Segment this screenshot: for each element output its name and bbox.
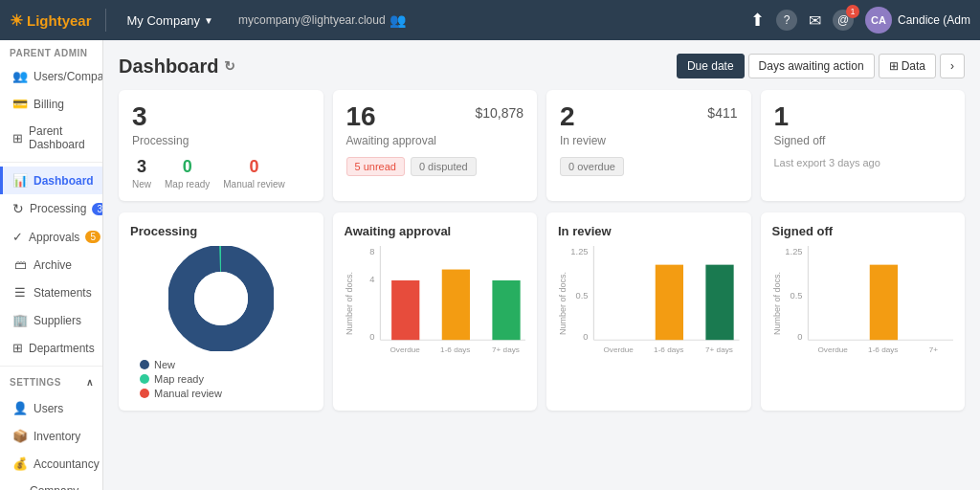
processing-mapready-col: 0 Map ready: [165, 157, 210, 189]
table-icon: ⊞: [889, 59, 899, 73]
legend-mapready: Map ready: [140, 373, 222, 385]
dashboard-title: Dashboard ↻: [119, 56, 235, 78]
days-awaiting-button[interactable]: Days awaiting action: [748, 54, 875, 78]
svg-text:0.5: 0.5: [790, 291, 802, 301]
notification-icon[interactable]: @ 1: [833, 10, 854, 31]
sidebar-item-suppliers[interactable]: 🏢 Suppliers: [0, 306, 102, 334]
svg-rect-11: [441, 270, 469, 341]
svg-text:Overdue: Overdue: [817, 346, 848, 355]
sidebar-item-statements[interactable]: ☰ Statements: [0, 278, 102, 306]
sidebar-label-inventory: Inventory: [33, 430, 80, 443]
sidebar-item-approvals[interactable]: ✓ Approvals 5: [0, 223, 102, 251]
avatar: CA: [865, 7, 892, 33]
sidebar-label-suppliers: Suppliers: [33, 314, 81, 327]
svg-rect-21: [656, 265, 683, 341]
svg-text:7+ days: 7+ days: [705, 346, 733, 355]
legend-manual: Manual review: [140, 388, 222, 399]
svg-rect-12: [492, 280, 520, 340]
sidebar-item-dashboard[interactable]: 📊 Dashboard: [0, 167, 102, 194]
sidebar-item-inventory[interactable]: 📦 Inventory: [0, 422, 102, 450]
chart-card-processing: Processing N: [119, 212, 323, 411]
sidebar-item-users[interactable]: 👤 Users: [0, 394, 102, 422]
sidebar-label-statements: Statements: [33, 286, 92, 300]
main-content: Dashboard ↻ Due date Days awaiting actio…: [103, 40, 980, 490]
stat-card-signed-off: 1 Signed off Last export 3 days ago: [761, 90, 966, 201]
signedoff-stat-label: Signed off: [774, 134, 952, 147]
sidebar-label-billing: Billing: [33, 98, 64, 111]
more-button[interactable]: ›: [940, 54, 965, 78]
review-stat-top: 2 $411: [560, 101, 738, 132]
sidebar-label-approvals: Approvals: [29, 231, 79, 244]
sidebar-item-billing[interactable]: 💳 Billing: [0, 90, 102, 118]
sidebar-item-processing[interactable]: ↻ Processing 3: [0, 194, 102, 223]
company-selector[interactable]: My Company ▼: [120, 10, 221, 32]
refresh-icon[interactable]: ↻: [224, 58, 235, 74]
archive-icon: 🗃: [12, 257, 28, 272]
review-bar-svg: 1.25 0.5 0 Overdue 1-6 days 7+ days: [571, 246, 740, 361]
processing-icon: ↻: [12, 201, 24, 216]
suppliers-icon: 🏢: [12, 313, 28, 327]
signed-off-chart-title: Signed off: [772, 224, 954, 238]
header-buttons: Due date Days awaiting action ⊞ Data ›: [677, 54, 965, 78]
awaiting-amount: $10,878: [475, 105, 523, 121]
sidebar-item-parent-dashboard[interactable]: ⊞ Parent Dashboard: [0, 118, 102, 158]
awaiting-yaxis-label: Number of docs.: [345, 246, 354, 361]
review-stat-number: 2: [560, 101, 575, 132]
svg-text:4: 4: [369, 275, 374, 284]
dashboard-header: Dashboard ↻ Due date Days awaiting actio…: [119, 54, 965, 78]
sidebar-label-parent-dashboard: Parent Dashboard: [29, 124, 93, 151]
review-amount: $411: [707, 105, 737, 121]
overdue-badge: 0 overdue: [560, 157, 624, 176]
logo: ☀Lightyear: [10, 11, 92, 30]
awaiting-bar-svg: 8 4 0 Overdue 1-6 days 7+ days: [358, 246, 526, 361]
processing-new-lbl: New: [132, 179, 151, 189]
svg-text:0: 0: [797, 332, 802, 342]
chart-card-awaiting-approval: Awaiting approval Number of docs. 8 4 0: [333, 212, 538, 411]
due-date-button[interactable]: Due date: [677, 54, 745, 78]
sidebar-label-users: Users: [33, 402, 63, 415]
data-button[interactable]: ⊞ Data: [879, 54, 936, 78]
processing-pie-chart: [168, 246, 274, 351]
processing-mapready-val: 0: [165, 157, 210, 177]
processing-manual-lbl: Manual review: [223, 179, 284, 189]
signedoff-yaxis-label: Number of docs.: [772, 246, 782, 361]
sidebar-item-users-companies[interactable]: 👥 Users/Companies: [0, 62, 102, 90]
awaiting-badges: 5 unread 0 disputed: [346, 157, 524, 176]
sidebar-label-archive: Archive: [33, 258, 72, 272]
in-review-chart-title: In review: [558, 224, 740, 238]
svg-rect-31: [869, 265, 897, 341]
sidebar-section-parent-admin: PARENT ADMIN: [0, 40, 102, 62]
inventory-icon: 📦: [12, 429, 28, 443]
review-badges: 0 overdue: [560, 157, 738, 176]
review-stat-label: In review: [560, 134, 738, 147]
settings-section-header[interactable]: SETTINGS ∧: [0, 370, 102, 394]
sidebar-item-accountancy[interactable]: 💰 Accountancy: [0, 450, 102, 478]
sidebar-item-departments[interactable]: ⊞ Departments: [0, 334, 102, 362]
user-menu[interactable]: CA Candice (Adm: [865, 7, 970, 33]
unread-badge: 5 unread: [346, 157, 405, 176]
processing-stat-cols: 3 New 0 Map ready 0 Manual review: [132, 157, 310, 189]
stat-card-processing: 3 Processing 3 New 0 Map ready 0 Manual …: [119, 90, 323, 201]
sidebar-label-processing: Processing: [30, 202, 86, 215]
signedoff-stat-number: 1: [774, 101, 952, 132]
mail-icon[interactable]: ✉: [809, 11, 821, 30]
processing-stat-label: Processing: [132, 134, 310, 147]
processing-mapready-lbl: Map ready: [165, 179, 210, 189]
svg-text:1-6 days: 1-6 days: [654, 346, 683, 355]
svg-text:0.5: 0.5: [576, 291, 589, 301]
signedoff-chart-inner: 1.25 0.5 0 Overdue 1-6 days 7+: [786, 246, 954, 361]
svg-text:1.25: 1.25: [786, 247, 803, 256]
upload-icon[interactable]: ⬆: [750, 10, 765, 31]
billing-icon: 💳: [12, 97, 28, 111]
sidebar-label-dashboard: Dashboard: [33, 174, 94, 188]
awaiting-chart-inner: 8 4 0 Overdue 1-6 days 7+ days: [358, 246, 526, 361]
review-chart-inner: 1.25 0.5 0 Overdue 1-6 days 7+ days: [571, 246, 740, 361]
awaiting-chart-area: Number of docs. 8 4 0: [345, 246, 526, 361]
departments-icon: ⊞: [12, 341, 23, 355]
help-icon[interactable]: ?: [776, 10, 797, 31]
sidebar-item-archive[interactable]: 🗃 Archive: [0, 251, 102, 278]
review-chart-area: Number of docs. 1.25 0.5 0 Ove: [558, 246, 740, 361]
sidebar-item-company-settings[interactable]: ⚙ Company Settings: [0, 478, 102, 490]
email-display: mycompany@lightyear.cloud 👥: [238, 12, 406, 28]
processing-new-col: 3 New: [132, 157, 151, 189]
